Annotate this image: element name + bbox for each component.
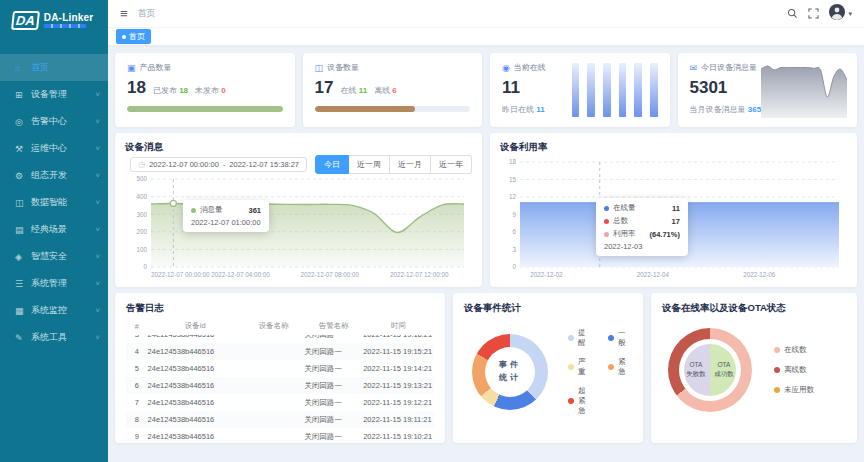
card-title: 设备消息 [125,141,472,154]
sidebar-item-label: 系统监控 [31,304,95,317]
donut-center-label: 事件统计 [472,334,548,410]
logo: DA DA-Linker [0,0,108,40]
chevron-down-icon: ˅ [95,333,100,342]
device-utilization-card: 设备利用率 03691215182022-12-022022-12-042022… [490,133,857,287]
chevron-down-icon: ˅ [95,144,100,153]
charts-row: 设备消息 ◷ 2022-12-07 00:00:00 - 2022-12-07 … [115,133,857,287]
table-row: 324e124538b446516关闭回路一2022-11-15 19:16:2… [126,335,434,343]
stat-label: 产品数量 [140,62,172,73]
card-title: 设备事件统计 [464,302,632,315]
chevron-down-icon: ˅ [95,198,100,207]
logo-strip [44,24,86,28]
sidebar-item-home[interactable]: ⌂ 首页 [0,54,108,81]
tab-home[interactable]: 首页 [116,29,151,44]
svg-text:2022-12-07 08:00:00: 2022-12-07 08:00:00 [301,271,360,278]
sidebar-item-label: 设备管理 [31,88,95,101]
device-icon: ◫ [315,63,324,73]
svg-text:18: 18 [509,158,517,165]
stat-sub: 未发布 0 [195,85,226,96]
sidebar-item-label: 首页 [31,61,100,74]
card-title: 告警日志 [126,302,434,315]
chevron-down-icon: ˅ [95,306,100,315]
event-stats-card: 设备事件统计 事件统计 提醒 一般 严重 紧急 超紧急 [453,293,643,443]
avatar [829,4,845,24]
message-sparkline [761,62,847,122]
range-month-button[interactable]: 近一月 [390,155,431,174]
bottom-row: 告警日志 # 设备id 设备名称 告警名称 时间 324e124538b4465… [115,293,857,443]
event-legend: 提醒 一般 严重 紧急 超紧急 [568,328,632,416]
range-button-group: 今日 近一周 近一月 近一年 [315,155,472,174]
progress-track [127,106,283,112]
legend-item[interactable]: 严重 [568,357,592,377]
home-icon: ⌂ [15,63,31,73]
range-year-button[interactable]: 近一年 [431,155,472,174]
legend-item[interactable]: 离线数 [774,365,814,375]
range-today-button[interactable]: 今日 [315,155,349,174]
table-row: 624e124538b446516关闭回路一2022-11-15 19:13:2… [126,377,434,394]
table-body: 324e124538b446516关闭回路一2022-11-15 19:16:2… [126,335,434,443]
sidebar-item-label: 系统管理 [31,277,95,290]
lock-icon: ◈ [15,252,31,262]
chevron-down-icon: ˅ [95,117,100,126]
event-donut-chart: 事件统计 [472,334,548,410]
tabbar: 首页 [108,28,864,46]
scene-icon: ▤ [15,225,31,235]
chart-controls: ◷ 2022-12-07 00:00:00 - 2022-12-07 15:38… [125,155,472,174]
legend-item[interactable]: 未应用数 [774,385,814,395]
svg-text:500: 500 [136,175,147,182]
date-range-picker[interactable]: ◷ 2022-12-07 00:00:00 - 2022-12-07 15:38… [130,157,307,172]
online-mini-bar-chart [572,63,658,117]
caret-down-icon: ▾ [848,10,852,18]
alert-icon: ◎ [15,117,31,127]
stat-card-online: ◉当前在线 11 昨日在线 11 [490,53,670,127]
legend-item[interactable]: 提醒 [568,328,592,348]
tools-icon: ✎ [15,333,31,343]
sidebar-item-smart-security[interactable]: ◈ 智慧安全 ˅ [0,243,108,270]
legend-item[interactable]: 在线数 [774,345,814,355]
table-row: 724e124538b446516关闭回路一2022-11-15 19:12:2… [126,394,434,411]
fullscreen-icon[interactable] [808,8,819,19]
sidebar-item-label: 组态开发 [31,169,95,182]
progress-track [315,106,471,112]
card-title: 设备利用率 [500,141,847,154]
ota-donut-chart: OTA失败数 OTA成功数 [668,328,752,412]
data-icon: ◫ [15,198,31,208]
sidebar-item-alert-center[interactable]: ◎ 告警中心 ˅ [0,108,108,135]
sidebar-item-label: 运维中心 [31,142,95,155]
sidebar-item-label: 系统工具 [31,331,95,344]
sidebar-item-system-monitor[interactable]: ▦ 系统监控 ˅ [0,297,108,324]
sidebar-item-system-tools[interactable]: ✎ 系统工具 ˅ [0,324,108,351]
sidebar-item-data-intel[interactable]: ◫ 数据智能 ˅ [0,189,108,216]
search-icon[interactable] [787,8,798,19]
stat-sub: 已发布 18 [153,85,188,96]
range-week-button[interactable]: 近一周 [349,155,390,174]
sidebar-item-ops-center[interactable]: ⚒ 运维中心 ˅ [0,135,108,162]
chevron-down-icon: ˅ [95,225,100,234]
message-icon: ✉ [690,63,698,73]
legend-item[interactable]: 一般 [608,328,632,348]
table-row: 924e124538b446516关闭回路一2022-11-15 19:10:2… [126,428,434,443]
svg-text:15: 15 [509,176,517,183]
svg-text:2022-12-07 12:00:00: 2022-12-07 12:00:00 [390,271,449,278]
table-row: 524e124538b446516关闭回路一2022-11-15 19:14:2… [126,360,434,377]
collapse-menu-icon[interactable]: ≡ [120,7,128,20]
legend-item[interactable]: 紧急 [608,357,632,377]
stat-label: 今日设备消息量 [701,62,757,73]
sidebar-item-system-mgmt[interactable]: ☰ 系统管理 ˅ [0,270,108,297]
svg-text:2022-12-07 00:00:00: 2022-12-07 00:00:00 [151,271,210,278]
svg-text:200: 200 [136,228,147,235]
table-header: # 设备id 设备名称 告警名称 时间 [126,317,434,335]
legend-item[interactable]: 超紧急 [568,386,592,416]
sidebar-item-label: 经典场景 [31,223,95,236]
chevron-down-icon: ˅ [95,90,100,99]
breadcrumb: 首页 [138,7,156,20]
sidebar-item-config-dev[interactable]: ⚙ 组态开发 ˅ [0,162,108,189]
product-icon: ▣ [127,63,136,73]
chevron-down-icon: ˅ [95,252,100,261]
ota-fail-label: OTA失败数 [683,361,709,379]
user-menu[interactable]: ▾ [829,4,852,24]
ota-legend: 在线数 离线数 未应用数 [774,345,814,395]
sidebar-item-classic-scene[interactable]: ▤ 经典场景 ˅ [0,216,108,243]
svg-text:2022-12-04: 2022-12-04 [637,271,670,278]
sidebar-item-device-mgmt[interactable]: ⊞ 设备管理 ˅ [0,81,108,108]
